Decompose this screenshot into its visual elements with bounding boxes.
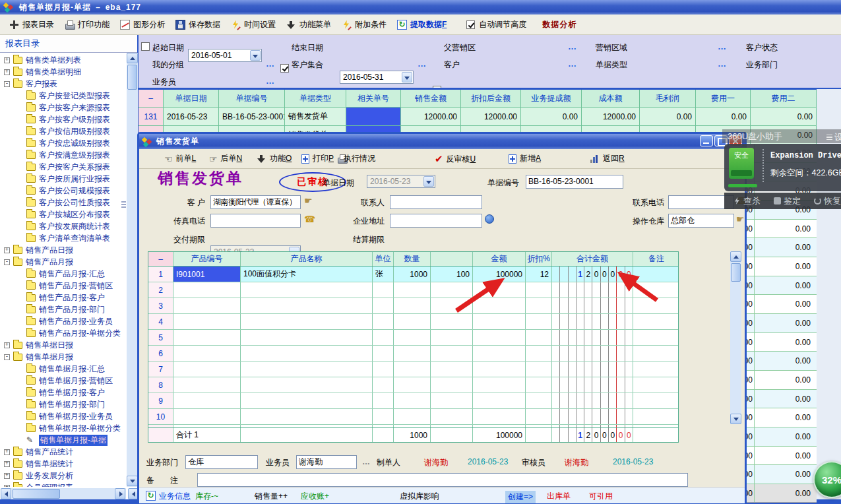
tree-item[interactable]: +销售单据统计: [0, 458, 127, 470]
auto-height-checkbox[interactable]: [466, 20, 475, 29]
address-field[interactable]: [390, 214, 482, 228]
dialog-toolbar-button[interactable]: 打印P: [301, 153, 347, 164]
statusbar-item[interactable]: 出库单: [547, 491, 571, 502]
scroll-right-icon[interactable]: [115, 488, 125, 499]
settings-menu[interactable]: 设置: [826, 131, 841, 143]
usb-helper-titlebar[interactable]: 360U盘小助手 设置: [722, 129, 841, 143]
more-button[interactable]: …: [718, 42, 726, 51]
more-button[interactable]: …: [568, 59, 576, 69]
toolbar-button[interactable]: 提取数据F: [392, 18, 452, 32]
tree-item[interactable]: 销售单据月报-营销区: [0, 375, 127, 387]
more-button[interactable]: …: [266, 76, 274, 86]
toolbar-button[interactable]: 功能菜单: [281, 18, 336, 32]
tree-item[interactable]: +销售产品日报: [0, 244, 127, 256]
statusbar-item[interactable]: 可引用: [589, 491, 613, 502]
statusbar-item[interactable]: 创建=>: [505, 491, 536, 503]
tree-item[interactable]: 客户按忠诚级别报表: [0, 137, 127, 149]
tree-item[interactable]: 客户按客户级别报表: [0, 113, 127, 125]
scroll-down-icon[interactable]: [730, 414, 741, 424]
statusbar-item[interactable]: 应收账+: [301, 491, 329, 502]
filter-dropdown[interactable]: 2016-05-31: [340, 71, 414, 84]
dialog-toolbar-button[interactable]: ☞后单N: [209, 153, 242, 164]
tree-item[interactable]: +销售类单据列表: [0, 54, 127, 66]
statusbar-item[interactable]: 库存-~: [195, 491, 218, 502]
tree-item[interactable]: 客户按客户关系报表: [0, 161, 127, 173]
toolbar-button[interactable]: 打印功能: [59, 18, 115, 32]
doc-no-field[interactable]: BB-16-05-23-0001: [526, 175, 623, 189]
dialog-toolbar-button[interactable]: 返回R: [590, 153, 625, 164]
detail-row[interactable]: 10: [148, 409, 678, 425]
more-button[interactable]: …: [418, 59, 426, 69]
tree-item[interactable]: 客户按信用级别报表: [0, 125, 127, 137]
data-analysis-button[interactable]: 数据分析: [542, 19, 576, 30]
minimize-icon[interactable]: [700, 135, 713, 146]
toolbar-button[interactable]: 保存数据: [170, 18, 226, 32]
table-row[interactable]: 1312016-05-23BB-16-05-23-0001销售发货单12000.…: [139, 108, 817, 126]
tree-item[interactable]: +销售产品统计: [0, 446, 127, 458]
tree-item[interactable]: 销售产品月报-客户: [0, 292, 127, 303]
globe-icon[interactable]: [485, 214, 494, 224]
tree-item[interactable]: 销售产品月报-单据分类: [0, 327, 127, 339]
speedup-ball[interactable]: 32%: [813, 461, 841, 498]
tree-item[interactable]: +会员管理报表: [0, 482, 127, 487]
filter-checkbox[interactable]: [141, 42, 150, 51]
detail-row[interactable]: 8: [148, 377, 678, 393]
chevron-down-icon[interactable]: [250, 50, 261, 61]
dept-field[interactable]: 仓库: [185, 455, 258, 469]
chevron-down-icon[interactable]: [423, 176, 434, 187]
sidebar-vscroll-thumb[interactable]: [127, 65, 137, 90]
scroll-up-icon[interactable]: [730, 251, 741, 262]
hand-pointer-icon[interactable]: ☛: [304, 196, 313, 205]
filter-checkbox[interactable]: [280, 64, 289, 73]
tree-item[interactable]: 销售单据月报-客户: [0, 387, 127, 398]
dialog-toolbar-button[interactable]: ✔反审核U: [435, 153, 476, 165]
tree-item[interactable]: 客户按公司性质报表: [0, 197, 127, 208]
detail-row[interactable]: 7: [148, 362, 678, 377]
collapse-icon[interactable]: -: [4, 81, 10, 87]
expand-icon[interactable]: +: [4, 247, 10, 253]
detail-row[interactable]: 2: [148, 282, 678, 298]
tree-item[interactable]: -销售产品月报: [0, 256, 127, 268]
tree-item[interactable]: 销售产品月报-营销区: [0, 280, 127, 292]
tree-item[interactable]: 销售单据月报-部门: [0, 398, 127, 410]
fax-field[interactable]: [210, 214, 301, 228]
usb-action-button[interactable]: 查杀: [733, 195, 761, 207]
collapse-icon[interactable]: -: [4, 259, 10, 265]
tree-item[interactable]: +销售单据日报: [0, 339, 127, 351]
note-field[interactable]: [197, 473, 688, 487]
warehouse-field[interactable]: 总部仓: [668, 214, 734, 228]
toolbar-button[interactable]: 图形分析: [115, 18, 170, 32]
tree-item[interactable]: 客户按公司规模报表: [0, 185, 127, 197]
filter-dropdown[interactable]: 2016-05-01: [188, 49, 262, 62]
salesman-field[interactable]: 谢海勤: [296, 455, 357, 469]
dialog-toolbar-button[interactable]: 新增A: [509, 153, 541, 164]
tree-item[interactable]: -销售单据月报: [0, 351, 127, 363]
statusbar-item[interactable]: 虚拟库影响: [400, 491, 439, 502]
scroll-up-icon[interactable]: [127, 53, 138, 63]
hand-pointer-icon[interactable]: ☛: [736, 214, 745, 224]
sidebar-hscroll-thumb[interactable]: [13, 489, 60, 499]
tree-item[interactable]: 客户按城区分布报表: [0, 208, 127, 220]
statusbar-item[interactable]: 销售量++: [255, 491, 288, 502]
detail-row[interactable]: 9: [148, 393, 678, 409]
tree-item[interactable]: 客户按满意级别报表: [0, 149, 127, 161]
detail-row[interactable]: 6: [148, 346, 678, 362]
detail-row[interactable]: 4: [148, 314, 678, 330]
toolbar-button[interactable]: 时间设置: [226, 18, 281, 32]
statusbar-item[interactable]: 业务信息: [159, 491, 191, 502]
expand-icon[interactable]: +: [4, 449, 10, 455]
tree-item[interactable]: 客户按发展商统计表: [0, 220, 127, 232]
dialog-toolbar-button[interactable]: 执行情况: [344, 153, 375, 164]
sidebar-vscroll-track[interactable]: [127, 53, 138, 487]
expand-icon[interactable]: +: [4, 342, 10, 348]
doc-date-select[interactable]: 2016-05-23: [367, 175, 435, 188]
expand-icon[interactable]: +: [4, 485, 10, 488]
usb-action-button[interactable]: 恢复: [814, 195, 841, 207]
tree-item[interactable]: 销售产品月报-业务员: [0, 315, 127, 327]
tree-item[interactable]: -客户报表: [0, 78, 127, 90]
expand-icon[interactable]: +: [4, 461, 10, 467]
tree-item[interactable]: ✎销售单据月报-单据: [0, 434, 127, 446]
splitter-grip[interactable]: [121, 198, 126, 211]
detail-row[interactable]: 3: [148, 298, 678, 314]
detail-row[interactable]: 11: [148, 425, 678, 427]
